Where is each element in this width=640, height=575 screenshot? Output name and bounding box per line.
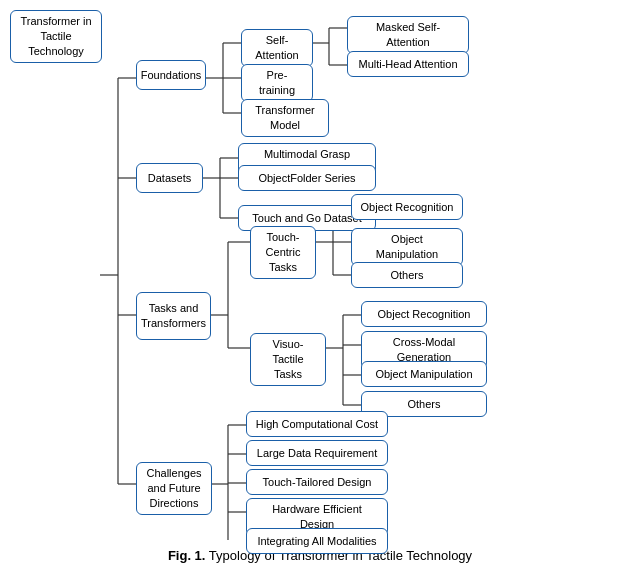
multi-head-attention-node: Multi-Head Attention	[347, 51, 469, 77]
masked-self-attention-label: Masked Self-Attention	[355, 20, 461, 50]
tasks-node: Tasks and Transformers	[136, 292, 211, 340]
touchgo-label: Touch and Go Dataset	[252, 211, 361, 226]
touch-tailored-label: Touch-Tailored Design	[263, 475, 372, 490]
datasets-node: Datasets	[136, 163, 203, 193]
datasets-label: Datasets	[148, 171, 191, 186]
diagram-area: line, path { stroke: #333; stroke-width:…	[10, 10, 640, 540]
objectfolder-node: ObjectFolder Series	[238, 165, 376, 191]
vt-obj-man-label: Object Manipulation	[375, 367, 472, 382]
caption-bold: Fig. 1.	[168, 548, 206, 563]
tc-obj-rec-node: Object Recognition	[351, 194, 463, 220]
high-comp-node: High Computational Cost	[246, 411, 388, 437]
tc-obj-man-node: Object Manipulation	[351, 228, 463, 266]
integrating-label: Integrating All Modalities	[257, 534, 376, 549]
masked-self-attention-node: Masked Self-Attention	[347, 16, 469, 54]
foundations-label: Foundations	[141, 68, 202, 83]
objectfolder-label: ObjectFolder Series	[258, 171, 355, 186]
pre-training-node: Pre-training	[241, 64, 313, 102]
vt-obj-rec-node: Object Recognition	[361, 301, 487, 327]
root-label: Transformer in Tactile Technology	[18, 14, 94, 59]
large-data-node: Large Data Requirement	[246, 440, 388, 466]
challenges-label: Challenges and Future Directions	[144, 466, 204, 511]
transformer-model-node: Transformer Model	[241, 99, 329, 137]
touch-centric-node: Touch- Centric Tasks	[250, 226, 316, 279]
large-data-label: Large Data Requirement	[257, 446, 377, 461]
self-attention-node: Self-Attention	[241, 29, 313, 67]
touch-tailored-node: Touch-Tailored Design	[246, 469, 388, 495]
self-attention-label: Self-Attention	[249, 33, 305, 63]
pre-training-label: Pre-training	[249, 68, 305, 98]
transformer-model-label: Transformer Model	[249, 103, 321, 133]
challenges-node: Challenges and Future Directions	[136, 462, 212, 515]
multi-head-attention-label: Multi-Head Attention	[358, 57, 457, 72]
touch-centric-label: Touch- Centric Tasks	[258, 230, 308, 275]
diagram-container: line, path { stroke: #333; stroke-width:…	[0, 0, 640, 571]
tc-obj-rec-label: Object Recognition	[361, 200, 454, 215]
tc-obj-man-label: Object Manipulation	[359, 232, 455, 262]
vt-obj-man-node: Object Manipulation	[361, 361, 487, 387]
vt-obj-rec-label: Object Recognition	[378, 307, 471, 322]
visuo-tactile-node: Visuo-Tactile Tasks	[250, 333, 326, 386]
tasks-label: Tasks and Transformers	[141, 301, 206, 331]
root-node: Transformer in Tactile Technology	[10, 10, 102, 63]
high-comp-label: High Computational Cost	[256, 417, 378, 432]
integrating-node: Integrating All Modalities	[246, 528, 388, 554]
tc-others-node: Others	[351, 262, 463, 288]
visuo-tactile-label: Visuo-Tactile Tasks	[258, 337, 318, 382]
foundations-node: Foundations	[136, 60, 206, 90]
vt-others-label: Others	[407, 397, 440, 412]
tc-others-label: Others	[390, 268, 423, 283]
